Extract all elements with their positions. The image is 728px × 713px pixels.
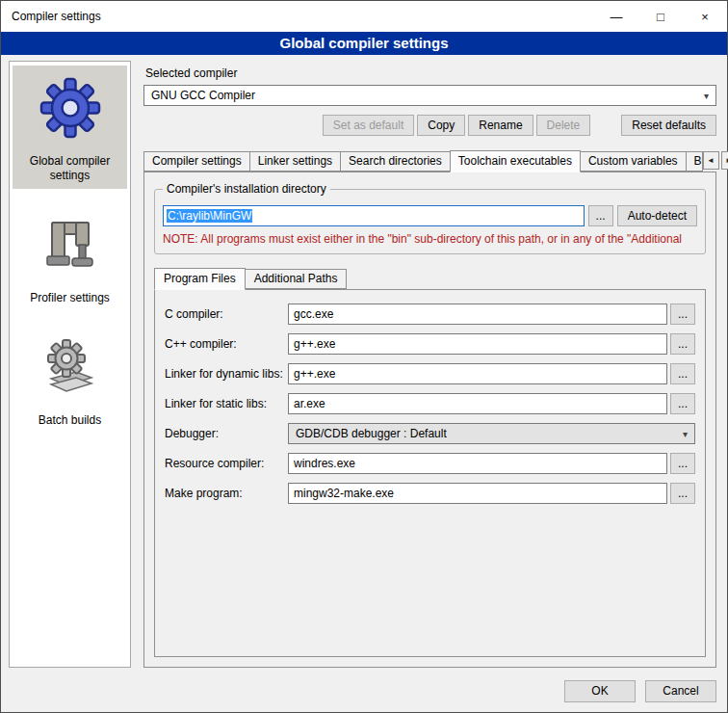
program-files-tab-bar: Program Files Additional Paths xyxy=(154,268,706,289)
bin-subdirectory-note: NOTE: All programs must exist either in … xyxy=(163,232,697,246)
auto-detect-button[interactable]: Auto-detect xyxy=(617,205,697,226)
tab-scroll-right-button[interactable]: ► xyxy=(721,151,728,170)
cancel-button[interactable]: Cancel xyxy=(645,680,716,702)
batch-builds-gear-icon xyxy=(39,336,101,398)
copy-button[interactable]: Copy xyxy=(417,115,465,136)
tab-toolchain-executables[interactable]: Toolchain executables xyxy=(450,150,581,172)
minimize-button[interactable]: — xyxy=(594,1,638,32)
ok-button[interactable]: OK xyxy=(564,680,636,702)
resource-compiler-label: Resource compiler: xyxy=(165,457,288,470)
tab-scroll-controls: ◄ ► xyxy=(703,151,728,172)
titlebar: Compiler settings — □ × xyxy=(1,1,727,32)
arrow-left-icon: ◄ xyxy=(707,156,715,165)
browse-directory-button[interactable]: ... xyxy=(588,205,613,226)
debugger-dropdown[interactable]: GDB/CDB debugger : Default ▾ xyxy=(288,423,695,444)
selected-compiler-label: Selected compiler xyxy=(145,66,716,80)
resource-compiler-input[interactable] xyxy=(288,453,667,474)
installation-directory-group-title: Compiler's installation directory xyxy=(163,182,330,196)
delete-button: Delete xyxy=(536,115,591,136)
tab-compiler-settings[interactable]: Compiler settings xyxy=(143,151,250,172)
reset-defaults-button[interactable]: Reset defaults xyxy=(621,115,716,136)
tab-custom-variables[interactable]: Custom variables xyxy=(580,151,687,172)
sidebar-item-label: Profiler settings xyxy=(30,291,110,305)
selected-compiler-dropdown[interactable]: GNU GCC Compiler ▾ xyxy=(143,85,716,106)
make-program-row: Make program: ... xyxy=(165,483,695,504)
cpp-compiler-input[interactable] xyxy=(288,333,667,355)
debugger-row: Debugger: GDB/CDB debugger : Default ▾ xyxy=(165,423,695,444)
compiler-actions: Set as default Copy Rename Delete Reset … xyxy=(143,115,716,136)
make-program-browse-button[interactable]: ... xyxy=(670,483,695,504)
window-title: Compiler settings xyxy=(1,10,594,23)
tab-linker-settings[interactable]: Linker settings xyxy=(249,151,341,172)
maximize-button[interactable]: □ xyxy=(638,1,683,32)
program-files-panel: C compiler: ... C++ compiler: ... Linker… xyxy=(154,289,706,657)
sidebar-item-global-compiler-settings[interactable]: Global compiler settings xyxy=(13,66,127,189)
cpp-compiler-row: C++ compiler: ... xyxy=(165,333,695,355)
gear-blue-icon xyxy=(39,77,101,139)
close-icon: × xyxy=(701,10,709,24)
dialog-footer: OK Cancel xyxy=(1,675,727,712)
tab-search-directories[interactable]: Search directories xyxy=(340,151,451,172)
tab-build-options[interactable]: Build xyxy=(686,151,703,172)
toolchain-executables-panel: Compiler's installation directory C:\ray… xyxy=(143,172,716,668)
make-program-input[interactable] xyxy=(288,483,667,504)
sidebar-item-batch-builds[interactable]: Batch builds xyxy=(13,325,127,434)
make-program-label: Make program: xyxy=(165,487,288,500)
installation-directory-row: C:\raylib\MinGW ... Auto-detect xyxy=(163,205,697,226)
rename-button[interactable]: Rename xyxy=(468,115,533,136)
linker-static-row: Linker for static libs: ... xyxy=(165,393,695,414)
dialog-header: Global compiler settings xyxy=(1,32,727,55)
chevron-down-icon: ▾ xyxy=(683,429,688,439)
linker-static-browse-button[interactable]: ... xyxy=(670,393,695,414)
c-compiler-browse-button[interactable]: ... xyxy=(670,304,695,325)
dialog-body: Global compiler settings Profiler settin… xyxy=(1,55,727,675)
resource-compiler-browse-button[interactable]: ... xyxy=(670,453,695,474)
c-compiler-row: C compiler: ... xyxy=(165,304,695,325)
subtab-additional-paths[interactable]: Additional Paths xyxy=(245,269,348,289)
installation-directory-group: Compiler's installation directory C:\ray… xyxy=(154,189,706,254)
global-compiler-settings-panel: Selected compiler GNU GCC Compiler ▾ Set… xyxy=(143,61,716,668)
sidebar-item-profiler-settings[interactable]: Profiler settings xyxy=(13,202,127,311)
window-controls: — □ × xyxy=(594,1,727,32)
chevron-down-icon: ▾ xyxy=(704,91,709,101)
cpp-compiler-label: C++ compiler: xyxy=(165,337,288,351)
subtab-program-files[interactable]: Program Files xyxy=(154,268,246,290)
sidebar-item-label: Batch builds xyxy=(39,413,101,428)
maximize-icon: □ xyxy=(657,10,664,24)
linker-dynamic-label: Linker for dynamic libs: xyxy=(165,367,288,381)
linker-dynamic-row: Linker for dynamic libs: ... xyxy=(165,363,695,384)
selected-compiler-value: GNU GCC Compiler xyxy=(151,89,255,102)
resource-compiler-row: Resource compiler: ... xyxy=(165,453,695,474)
linker-static-label: Linker for static libs: xyxy=(165,397,288,410)
profiler-clamp-icon xyxy=(39,214,101,276)
settings-tab-bar: Compiler settings Linker settings Search… xyxy=(143,150,716,172)
set-as-default-button: Set as default xyxy=(323,115,414,136)
debugger-value: GDB/CDB debugger : Default xyxy=(296,427,447,440)
compiler-settings-window: Compiler settings — □ × Global compiler … xyxy=(0,0,728,713)
debugger-label: Debugger: xyxy=(165,427,288,440)
tab-scroll-left-button[interactable]: ◄ xyxy=(703,151,719,170)
c-compiler-label: C compiler: xyxy=(165,307,288,321)
linker-dynamic-input[interactable] xyxy=(288,363,667,384)
close-button[interactable]: × xyxy=(683,1,727,32)
installation-directory-selected-text: C:\raylib\MinGW xyxy=(167,209,252,223)
minimize-icon: — xyxy=(611,10,623,24)
installation-directory-input[interactable]: C:\raylib\MinGW xyxy=(163,205,585,226)
c-compiler-input[interactable] xyxy=(288,304,667,325)
settings-category-list: Global compiler settings Profiler settin… xyxy=(9,61,131,668)
linker-static-input[interactable] xyxy=(288,393,667,414)
linker-dynamic-browse-button[interactable]: ... xyxy=(670,363,695,384)
sidebar-item-label: Global compiler settings xyxy=(14,154,125,183)
cpp-compiler-browse-button[interactable]: ... xyxy=(670,333,695,355)
